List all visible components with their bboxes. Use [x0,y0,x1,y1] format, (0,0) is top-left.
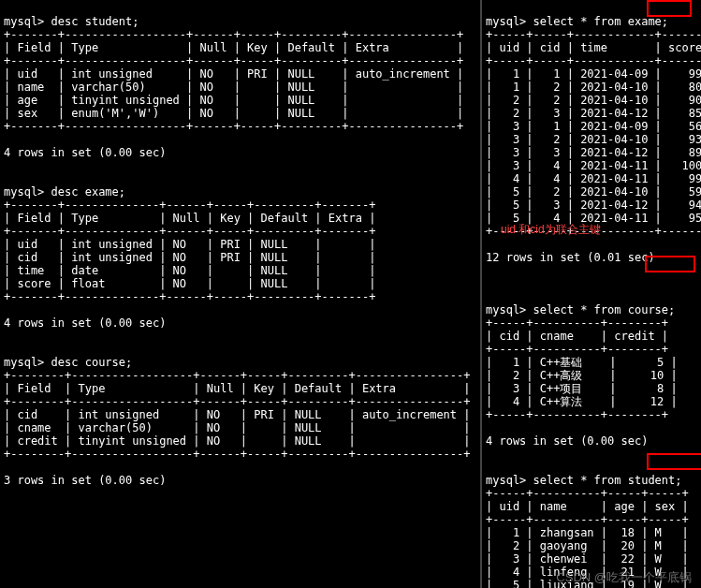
select-course-output: +-----+----------+--------+ | cid | cnam… [486,316,678,448]
desc-student-output: +-------+------------------+------+-----… [4,28,463,159]
right-terminal-pane: mysql> select * from exame; +-----+-----… [482,0,701,588]
cmd-desc-course[interactable]: mysql> desc course; [4,356,132,369]
cmd-select-course[interactable]: mysql> select * from course; [486,303,675,316]
left-terminal-pane: mysql> desc student; +-------+----------… [0,0,482,588]
cmd-select-student[interactable]: mysql> select * from student; [486,474,682,487]
cmd-desc-student[interactable]: mysql> desc student; [4,15,139,28]
highlight-student [647,453,701,470]
annotation-joint-key: uid 和cid为联合主键 [501,223,601,236]
cmd-select-exame[interactable]: mysql> select * from exame; [486,15,668,28]
watermark: CSDN @吃我一个平底锅 [556,571,692,584]
desc-exame-output: +-------+--------------+------+-----+---… [4,198,375,330]
desc-course-output: +--------+------------------+------+----… [4,369,471,487]
cmd-desc-exame[interactable]: mysql> desc exame; [4,185,125,198]
